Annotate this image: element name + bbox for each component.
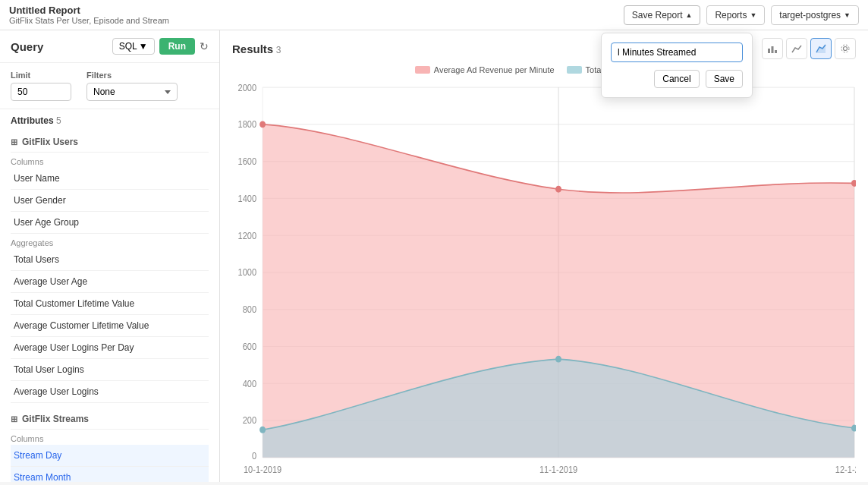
- attributes-label: Attributes: [11, 115, 54, 126]
- attr-average-user-logins[interactable]: Average User Logins: [11, 381, 209, 403]
- area-chart-button[interactable]: [810, 38, 832, 59]
- table-gitflix-streams-header: ⊞ GitFlix Streams: [11, 409, 209, 430]
- main-layout: Query SQL ▼ Run ↻ Limit Filters None: [0, 30, 868, 482]
- filters-group: Filters None: [86, 71, 178, 101]
- x-label-dec: 12-1-2019: [835, 464, 856, 474]
- columns-label-2: Columns: [11, 430, 209, 445]
- refresh-button[interactable]: ↻: [200, 40, 209, 52]
- settings-icon: [840, 43, 851, 54]
- area-chart-icon: [816, 43, 826, 54]
- x-label-oct: 10-1-2019: [244, 464, 281, 474]
- svg-point-4: [844, 47, 848, 51]
- save-confirm-button[interactable]: Save: [706, 70, 743, 88]
- limit-label: Limit: [11, 71, 71, 80]
- sql-arrow-icon: ▼: [139, 41, 148, 52]
- report-subtitle: GitFlix Stats Per User, Episode and Stre…: [9, 16, 169, 25]
- columns-label-1: Columns: [11, 153, 209, 168]
- filters-select[interactable]: None: [86, 83, 178, 101]
- legend-label-revenue: Average Ad Revenue per Minute: [434, 65, 555, 74]
- attr-user-age-group[interactable]: User Age Group: [11, 212, 209, 234]
- chart-controls: [762, 38, 856, 59]
- chart-legend: Average Ad Revenue per Minute Total Minu…: [232, 65, 856, 74]
- settings-chart-button[interactable]: [835, 38, 856, 59]
- area-chart-svg: 2000 1800 1600 1400 1200 1000 800 600 40…: [232, 79, 856, 474]
- save-report-label: Save Report: [632, 10, 683, 20]
- attr-user-gender[interactable]: User Gender: [11, 190, 209, 212]
- limit-group: Limit: [11, 71, 71, 101]
- legend-item-revenue: Average Ad Revenue per Minute: [415, 65, 555, 74]
- line-chart-button[interactable]: [786, 38, 807, 59]
- bar-chart-button[interactable]: [762, 38, 783, 59]
- aggregates-label-1: Aggregates: [11, 234, 209, 249]
- attributes-count: 5: [56, 115, 61, 126]
- save-report-arrow-icon: ▲: [685, 11, 692, 19]
- attr-total-user-logins[interactable]: Total User Logins: [11, 359, 209, 381]
- query-header: Query SQL ▼ Run ↻: [0, 30, 219, 63]
- bar-chart-icon: [767, 43, 778, 54]
- save-name-input[interactable]: [611, 43, 743, 62]
- save-report-button[interactable]: Save Report ▲: [624, 5, 701, 25]
- y-label-1800: 1800: [238, 119, 256, 130]
- results-header: Results 3: [232, 38, 856, 59]
- filters-label: Filters: [86, 71, 178, 80]
- revenue-point-1: [259, 121, 266, 128]
- right-panel: Results 3 Aver: [220, 30, 868, 482]
- svg-rect-2: [775, 50, 777, 53]
- chart-area: 2000 1800 1600 1400 1200 1000 800 600 40…: [232, 79, 856, 474]
- attr-average-user-logins-per-day[interactable]: Average User Logins Per Day: [11, 337, 209, 359]
- attr-total-users[interactable]: Total Users: [11, 249, 209, 271]
- db-arrow-icon: ▼: [844, 11, 851, 19]
- y-label-1000: 1000: [238, 267, 256, 278]
- query-controls: SQL ▼ Run ↻: [112, 38, 209, 55]
- attr-stream-day[interactable]: Stream Day: [11, 445, 209, 467]
- y-label-1600: 1600: [238, 156, 256, 167]
- table-gitflix-users-header: ⊞ GitFlix Users: [11, 132, 209, 153]
- limit-filter-section: Limit Filters None: [0, 63, 219, 109]
- sql-label: SQL: [119, 41, 137, 52]
- reports-arrow-icon: ▼: [750, 11, 756, 19]
- results-count: 3: [276, 45, 281, 55]
- attr-stream-month[interactable]: Stream Month: [11, 467, 209, 482]
- save-popup-actions: Cancel Save: [611, 70, 743, 88]
- svg-rect-1: [772, 46, 774, 53]
- reports-button[interactable]: Reports ▼: [706, 5, 765, 25]
- y-label-1400: 1400: [238, 193, 256, 203]
- reports-label: Reports: [715, 10, 747, 20]
- revenue-point-2: [555, 186, 561, 193]
- minutes-point-2: [555, 356, 561, 363]
- cancel-button[interactable]: Cancel: [654, 70, 699, 88]
- sql-button[interactable]: SQL ▼: [112, 38, 155, 55]
- table-icon: ⊞: [11, 137, 17, 147]
- db-button[interactable]: target-postgres ▼: [771, 5, 859, 25]
- limit-input[interactable]: [11, 83, 71, 101]
- y-label-200: 200: [243, 415, 256, 426]
- minutes-point-1: [259, 427, 266, 433]
- db-label: target-postgres: [779, 10, 841, 20]
- attr-average-customer-lifetime-value[interactable]: Average Customer Lifetime Value: [11, 315, 209, 337]
- query-title: Query: [11, 40, 43, 53]
- attr-total-customer-lifetime-value[interactable]: Total Customer Lifetime Value: [11, 293, 209, 315]
- x-label-nov: 11-1-2019: [539, 464, 577, 474]
- attr-average-user-age[interactable]: Average User Age: [11, 271, 209, 293]
- y-label-600: 600: [243, 341, 256, 351]
- results-title: Results: [232, 43, 273, 55]
- legend-swatch-revenue: [415, 66, 430, 74]
- attributes-section: Attributes 5 ⊞ GitFlix Users Columns Use…: [0, 109, 219, 482]
- svg-point-5: [841, 45, 849, 52]
- y-label-800: 800: [243, 304, 256, 315]
- topbar-right: Save Report ▲ Reports ▼ target-postgres …: [624, 5, 859, 25]
- topbar-left: Untitled Report GitFlix Stats Per User, …: [9, 5, 169, 25]
- save-popup: Cancel Save: [601, 33, 753, 98]
- report-title: Untitled Report: [9, 5, 169, 16]
- attributes-header: Attributes 5: [11, 115, 209, 126]
- y-label-400: 400: [243, 378, 256, 389]
- run-button[interactable]: Run: [159, 38, 195, 55]
- legend-swatch-minutes: [567, 66, 582, 74]
- table-gitflix-users-label: GitFlix Users: [22, 137, 78, 147]
- line-chart-icon: [791, 43, 802, 54]
- left-panel: Query SQL ▼ Run ↻ Limit Filters None: [0, 30, 220, 482]
- y-label-0: 0: [252, 451, 256, 461]
- svg-rect-0: [768, 49, 770, 53]
- attr-user-name[interactable]: User Name: [11, 168, 209, 190]
- topbar: Untitled Report GitFlix Stats Per User, …: [0, 0, 868, 30]
